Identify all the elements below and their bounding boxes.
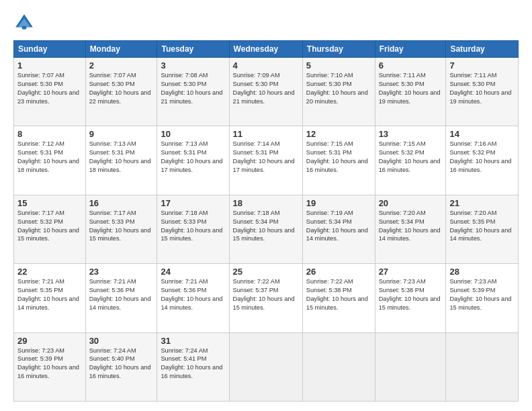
logo-icon [13, 12, 35, 34]
day-detail: Sunrise: 7:23 AMSunset: 5:39 PMDaylight:… [449, 277, 515, 312]
day-cell-22: 22Sunrise: 7:21 AMSunset: 5:35 PMDayligh… [14, 264, 86, 332]
day-number: 7 [449, 60, 515, 71]
header [13, 12, 519, 34]
day-detail: Sunrise: 7:13 AMSunset: 5:31 PMDaylight:… [89, 140, 154, 175]
day-cell-30: 30Sunrise: 7:24 AMSunset: 5:40 PMDayligh… [85, 332, 157, 401]
day-number: 5 [306, 60, 371, 71]
calendar-page: SundayMondayTuesdayWednesdayThursdayFrid… [0, 0, 532, 411]
day-number: 12 [306, 129, 371, 139]
day-detail: Sunrise: 7:23 AMSunset: 5:39 PMDaylight:… [17, 347, 82, 381]
day-detail: Sunrise: 7:17 AMSunset: 5:32 PMDaylight:… [17, 209, 82, 244]
day-number: 1 [17, 60, 82, 71]
day-detail: Sunrise: 7:18 AMSunset: 5:33 PMDaylight:… [161, 209, 225, 244]
day-cell-3: 3Sunrise: 7:08 AMSunset: 5:30 PMDaylight… [157, 58, 229, 126]
week-row-5: 29Sunrise: 7:23 AMSunset: 5:39 PMDayligh… [14, 332, 519, 401]
day-detail: Sunrise: 7:24 AMSunset: 5:40 PMDaylight:… [89, 347, 154, 381]
day-number: 27 [379, 267, 443, 277]
day-number: 22 [17, 267, 82, 277]
day-number: 3 [161, 60, 225, 71]
day-detail: Sunrise: 7:07 AMSunset: 5:30 PMDaylight:… [89, 71, 154, 106]
day-cell-5: 5Sunrise: 7:10 AMSunset: 5:30 PMDaylight… [302, 58, 375, 126]
week-row-2: 8Sunrise: 7:12 AMSunset: 5:31 PMDaylight… [14, 126, 519, 195]
day-detail: Sunrise: 7:21 AMSunset: 5:36 PMDaylight:… [89, 277, 154, 312]
day-number: 20 [379, 198, 443, 208]
day-number: 11 [233, 129, 299, 139]
day-detail: Sunrise: 7:23 AMSunset: 5:38 PMDaylight:… [379, 277, 443, 312]
day-number: 8 [17, 129, 82, 139]
day-cell-31: 31Sunrise: 7:24 AMSunset: 5:41 PMDayligh… [157, 332, 229, 401]
day-cell-18: 18Sunrise: 7:18 AMSunset: 5:34 PMDayligh… [229, 195, 302, 263]
week-row-3: 15Sunrise: 7:17 AMSunset: 5:32 PMDayligh… [14, 195, 519, 263]
day-number: 25 [233, 267, 299, 277]
day-number: 14 [449, 129, 515, 139]
day-detail: Sunrise: 7:11 AMSunset: 5:30 PMDaylight:… [449, 71, 515, 106]
day-cell-15: 15Sunrise: 7:17 AMSunset: 5:32 PMDayligh… [14, 195, 86, 263]
day-cell-6: 6Sunrise: 7:11 AMSunset: 5:30 PMDaylight… [375, 58, 446, 126]
day-cell-27: 27Sunrise: 7:23 AMSunset: 5:38 PMDayligh… [375, 264, 446, 332]
day-cell-28: 28Sunrise: 7:23 AMSunset: 5:39 PMDayligh… [446, 264, 519, 332]
day-detail: Sunrise: 7:12 AMSunset: 5:31 PMDaylight:… [17, 140, 82, 175]
col-header-sunday: Sunday [14, 41, 86, 58]
day-detail: Sunrise: 7:20 AMSunset: 5:35 PMDaylight:… [449, 209, 515, 244]
col-header-friday: Friday [375, 41, 446, 58]
day-cell-10: 10Sunrise: 7:13 AMSunset: 5:31 PMDayligh… [157, 126, 229, 195]
week-row-1: 1Sunrise: 7:07 AMSunset: 5:30 PMDaylight… [14, 58, 519, 126]
day-detail: Sunrise: 7:10 AMSunset: 5:30 PMDaylight:… [306, 71, 371, 106]
col-header-thursday: Thursday [302, 41, 375, 58]
day-number: 18 [233, 198, 299, 208]
day-detail: Sunrise: 7:15 AMSunset: 5:32 PMDaylight:… [379, 140, 443, 175]
day-cell-29: 29Sunrise: 7:23 AMSunset: 5:39 PMDayligh… [14, 332, 86, 401]
day-detail: Sunrise: 7:22 AMSunset: 5:37 PMDaylight:… [233, 277, 299, 312]
day-cell-24: 24Sunrise: 7:21 AMSunset: 5:36 PMDayligh… [157, 264, 229, 332]
day-cell-12: 12Sunrise: 7:15 AMSunset: 5:31 PMDayligh… [302, 126, 375, 195]
day-detail: Sunrise: 7:19 AMSunset: 5:34 PMDaylight:… [306, 209, 371, 244]
day-detail: Sunrise: 7:09 AMSunset: 5:30 PMDaylight:… [233, 71, 299, 106]
day-detail: Sunrise: 7:11 AMSunset: 5:30 PMDaylight:… [379, 71, 443, 106]
day-number: 17 [161, 198, 225, 208]
day-number: 29 [17, 336, 82, 346]
day-number: 13 [379, 129, 443, 139]
col-header-wednesday: Wednesday [229, 41, 302, 58]
day-number: 23 [89, 267, 154, 277]
day-number: 31 [161, 336, 225, 346]
day-detail: Sunrise: 7:07 AMSunset: 5:30 PMDaylight:… [17, 71, 82, 106]
day-number: 6 [379, 60, 443, 71]
day-detail: Sunrise: 7:21 AMSunset: 5:36 PMDaylight:… [161, 277, 225, 312]
day-detail: Sunrise: 7:14 AMSunset: 5:31 PMDaylight:… [233, 140, 299, 175]
day-detail: Sunrise: 7:18 AMSunset: 5:34 PMDaylight:… [233, 209, 299, 244]
col-header-monday: Monday [85, 41, 157, 58]
day-detail: Sunrise: 7:22 AMSunset: 5:38 PMDaylight:… [306, 277, 371, 312]
day-number: 10 [161, 129, 225, 139]
header-row: SundayMondayTuesdayWednesdayThursdayFrid… [14, 41, 519, 58]
day-cell-16: 16Sunrise: 7:17 AMSunset: 5:33 PMDayligh… [85, 195, 157, 263]
day-number: 26 [306, 267, 371, 277]
day-cell-4: 4Sunrise: 7:09 AMSunset: 5:30 PMDaylight… [229, 58, 302, 126]
day-cell-11: 11Sunrise: 7:14 AMSunset: 5:31 PMDayligh… [229, 126, 302, 195]
empty-cell [375, 332, 446, 401]
empty-cell [302, 332, 375, 401]
empty-cell [446, 332, 519, 401]
day-cell-2: 2Sunrise: 7:07 AMSunset: 5:30 PMDaylight… [85, 58, 157, 126]
col-header-saturday: Saturday [446, 41, 519, 58]
day-number: 30 [89, 336, 154, 346]
day-detail: Sunrise: 7:20 AMSunset: 5:34 PMDaylight:… [379, 209, 443, 244]
day-number: 4 [233, 60, 299, 71]
day-detail: Sunrise: 7:21 AMSunset: 5:35 PMDaylight:… [17, 277, 82, 312]
day-number: 19 [306, 198, 371, 208]
day-cell-21: 21Sunrise: 7:20 AMSunset: 5:35 PMDayligh… [446, 195, 519, 263]
week-row-4: 22Sunrise: 7:21 AMSunset: 5:35 PMDayligh… [14, 264, 519, 332]
day-detail: Sunrise: 7:24 AMSunset: 5:41 PMDaylight:… [161, 347, 225, 381]
day-number: 21 [449, 198, 515, 208]
day-number: 16 [89, 198, 154, 208]
svg-rect-2 [22, 26, 26, 30]
day-cell-17: 17Sunrise: 7:18 AMSunset: 5:33 PMDayligh… [157, 195, 229, 263]
day-detail: Sunrise: 7:08 AMSunset: 5:30 PMDaylight:… [161, 71, 225, 106]
day-cell-9: 9Sunrise: 7:13 AMSunset: 5:31 PMDaylight… [85, 126, 157, 195]
empty-cell [229, 332, 302, 401]
day-cell-23: 23Sunrise: 7:21 AMSunset: 5:36 PMDayligh… [85, 264, 157, 332]
day-number: 2 [89, 60, 154, 71]
day-cell-1: 1Sunrise: 7:07 AMSunset: 5:30 PMDaylight… [14, 58, 86, 126]
day-detail: Sunrise: 7:17 AMSunset: 5:33 PMDaylight:… [89, 209, 154, 244]
day-cell-14: 14Sunrise: 7:16 AMSunset: 5:32 PMDayligh… [446, 126, 519, 195]
day-number: 28 [449, 267, 515, 277]
